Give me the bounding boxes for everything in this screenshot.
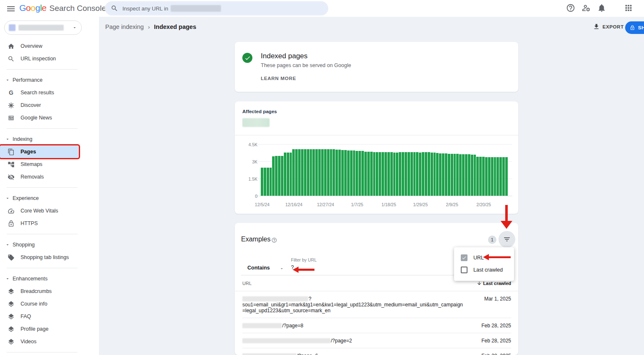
bar: [278, 156, 280, 196]
redacted-url-prefix: [242, 323, 282, 328]
sidebar-item-https[interactable]: HTTPS: [0, 217, 79, 230]
url-cell[interactable]: ?sou1=email_uni&gr1=mark&tg1=en&kw1=lega…: [242, 296, 465, 314]
url-table-row[interactable]: ?sou1=email_uni&gr1=mark&tg1=en&kw1=lega…: [242, 291, 511, 318]
filter-button[interactable]: [499, 231, 515, 248]
bar: [261, 168, 263, 196]
bar: [379, 152, 381, 196]
last-crawled-cell: Feb 28, 2025: [481, 353, 511, 355]
sidebar-item-shopping-tab-listings[interactable]: Shopping tab listings: [0, 251, 79, 264]
sidebar-section-enhancements[interactable]: Enhancements: [0, 272, 99, 285]
bar: [270, 168, 272, 196]
breadcrumb-section[interactable]: Page indexing: [105, 23, 144, 30]
sidebar-section-shopping[interactable]: Shopping: [0, 238, 99, 251]
export-button[interactable]: EXPORT: [593, 23, 624, 30]
download-icon: [593, 23, 600, 30]
url-table-row[interactable]: /?page=6Feb 28, 2025: [242, 348, 511, 355]
sidebar-item-sitemaps[interactable]: Sitemaps: [0, 158, 79, 171]
url-visible-text: /?page=6: [297, 353, 318, 355]
filter-count-badge: 1: [488, 236, 496, 244]
property-selector[interactable]: [4, 21, 82, 35]
video-icon: [8, 148, 15, 155]
y-axis-tick: 0: [239, 194, 257, 199]
share-button[interactable]: SHARE: [625, 21, 644, 34]
bar: [284, 153, 286, 196]
checked-checkbox-icon[interactable]: [461, 254, 467, 261]
sidebar-section-performance[interactable]: Performance: [0, 74, 99, 86]
learn-more-link[interactable]: LEARN MORE: [261, 76, 296, 81]
sidebar-item-profile-page[interactable]: Profile page: [0, 323, 79, 335]
sidebar-item-label: Shopping tab listings: [21, 254, 69, 260]
bar: [425, 152, 427, 196]
examples-help-icon[interactable]: [271, 237, 277, 243]
bar: [264, 168, 266, 196]
url-table-row[interactable]: /?page=8Feb 28, 2025: [242, 318, 511, 333]
url-cell[interactable]: /?page=6: [242, 353, 465, 355]
column-header-url[interactable]: URL: [242, 281, 252, 286]
sidebar-divider: [7, 69, 78, 70]
layers-icon: [8, 338, 15, 345]
unchecked-checkbox-icon[interactable]: [461, 267, 467, 273]
sidebar-item-removals[interactable]: Removals: [0, 171, 79, 183]
sidebar: OverviewURL inspectionPerformanceGSearch…: [0, 17, 99, 355]
bar: [439, 153, 441, 196]
bar: [482, 157, 485, 196]
menu-icon[interactable]: [6, 4, 16, 14]
sidebar-item-url-inspection[interactable]: URL inspection: [0, 52, 79, 65]
url-cell[interactable]: /?page=8: [242, 323, 465, 329]
url-table-row[interactable]: /?page=2Feb 28, 2025: [242, 333, 511, 348]
sidebar-divider: [7, 128, 78, 129]
bar: [499, 157, 502, 196]
bar: [287, 153, 289, 196]
sidebar-divider: [7, 352, 78, 352]
status-title: Indexed pages: [261, 52, 308, 60]
bar: [272, 156, 275, 196]
menu-option-url[interactable]: URL: [454, 251, 514, 264]
sidebar-item-overview[interactable]: Overview: [0, 40, 79, 52]
x-axis-tick: 12/27/24: [311, 202, 340, 207]
bar: [267, 168, 269, 196]
filter-value-input[interactable]: ?: [291, 264, 294, 270]
bar: [312, 149, 315, 196]
help-icon[interactable]: [566, 3, 575, 13]
url-inspect-searchbar[interactable]: Inspect any URL in: [105, 1, 328, 16]
sidebar-section-indexing[interactable]: Indexing: [0, 133, 99, 145]
last-crawled-cell: Feb 28, 2025: [481, 323, 511, 329]
bar: [416, 152, 418, 196]
sidebar-item-label: Overview: [21, 43, 42, 49]
bar: [396, 153, 398, 196]
apps-grid-icon[interactable]: [624, 3, 633, 13]
status-check-icon: [242, 53, 252, 63]
sidebar-item-label: Breadcrumbs: [21, 288, 52, 294]
layers-icon: [8, 288, 15, 295]
sidebar-item-search-results[interactable]: GSearch results: [0, 86, 79, 99]
url-cell[interactable]: /?page=2: [242, 338, 465, 344]
user-settings-icon[interactable]: [582, 3, 591, 13]
chevron-down-icon: [72, 25, 77, 30]
x-axis-tick: 12/16/24: [279, 202, 309, 207]
sidebar-section-experience[interactable]: Experience: [0, 192, 99, 205]
bar: [468, 154, 470, 196]
notifications-icon[interactable]: [597, 3, 606, 13]
sidebar-item-course-info[interactable]: Course info: [0, 298, 79, 310]
operator-caret-icon: [279, 266, 284, 271]
google-logo: Google: [19, 3, 47, 13]
redacted-metric-count-chip[interactable]: [242, 118, 270, 127]
x-axis-tick: 1/7/25: [343, 202, 372, 207]
sidebar-item-videos[interactable]: Videos: [0, 335, 79, 348]
menu-option-last-crawled[interactable]: Last crawled: [454, 264, 514, 276]
sidebar-item-videos[interactable]: Videos: [0, 145, 79, 158]
metric-label[interactable]: Affected pages: [242, 109, 277, 114]
sidebar-item-discover[interactable]: Discover: [0, 99, 79, 111]
y-axis-tick: 3K: [239, 159, 257, 164]
x-axis-tick: 1/29/25: [406, 202, 435, 207]
filter-operator-select[interactable]: Contains: [247, 265, 270, 271]
sidebar-item-core-web-vitals[interactable]: Core Web Vitals: [0, 205, 79, 217]
bar: [393, 153, 396, 196]
sidebar-item-faq[interactable]: FAQ: [0, 310, 79, 323]
examples-title: Examples: [241, 236, 270, 243]
column-header-last-crawled[interactable]: Last crawled: [477, 281, 511, 286]
bar: [479, 157, 482, 196]
sidebar-item-google-news[interactable]: Google News: [0, 111, 79, 124]
bar: [485, 157, 488, 196]
sidebar-item-breadcrumbs[interactable]: Breadcrumbs: [0, 285, 79, 298]
